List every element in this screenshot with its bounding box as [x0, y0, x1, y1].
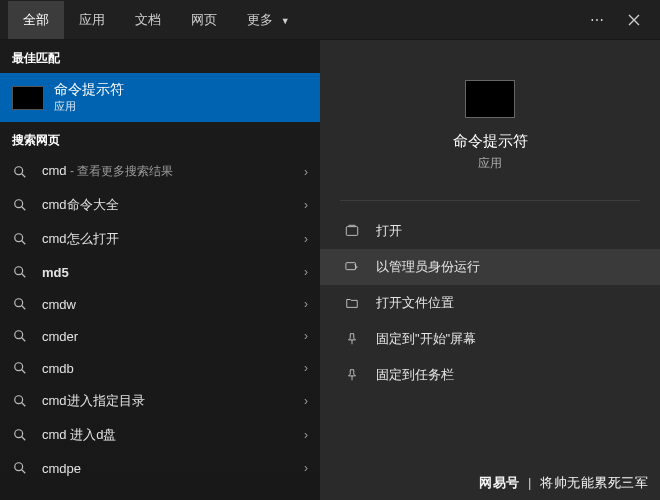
web-result[interactable]: cmdb ›: [0, 352, 320, 384]
tab-docs[interactable]: 文档: [120, 1, 176, 39]
web-result-label: cmdpe: [42, 461, 290, 476]
action-open-file-location[interactable]: 打开文件位置: [320, 285, 660, 321]
web-result[interactable]: cmd进入指定目录 ›: [0, 384, 320, 418]
web-result-label: md5: [42, 265, 290, 280]
svg-point-8: [15, 299, 23, 307]
web-result-label: cmd进入指定目录: [42, 392, 290, 410]
web-result-label: cmd - 查看更多搜索结果: [42, 163, 290, 180]
action-run-as-admin[interactable]: 以管理员身份运行: [320, 249, 660, 285]
action-pin-to-taskbar[interactable]: 固定到任务栏: [320, 357, 660, 393]
chevron-down-icon: ▼: [281, 16, 290, 26]
search-icon: [12, 231, 28, 247]
chevron-right-icon: ›: [304, 361, 308, 375]
preview-panel: 命令提示符 应用 打开 以管理员身份运行 打开文件位置: [320, 40, 660, 500]
close-icon[interactable]: [616, 4, 652, 36]
action-open-label: 打开: [376, 222, 402, 240]
svg-line-9: [22, 306, 26, 310]
svg-line-13: [22, 370, 26, 374]
chevron-right-icon: ›: [304, 198, 308, 212]
tab-more[interactable]: 更多 ▼: [232, 1, 305, 39]
web-result[interactable]: cmd命令大全 ›: [0, 188, 320, 222]
web-result-label: cmder: [42, 329, 290, 344]
action-open[interactable]: 打开: [320, 213, 660, 249]
tab-all[interactable]: 全部: [8, 1, 64, 39]
svg-point-14: [15, 396, 23, 404]
action-pin-to-taskbar-label: 固定到任务栏: [376, 366, 454, 384]
watermark-author: 将帅无能累死三军: [540, 475, 648, 490]
chevron-right-icon: ›: [304, 232, 308, 246]
preview-title: 命令提示符: [453, 132, 528, 151]
search-icon: [12, 296, 28, 312]
svg-point-12: [15, 363, 23, 371]
search-icon: [12, 328, 28, 344]
tab-web[interactable]: 网页: [176, 1, 232, 39]
section-web-search: 搜索网页: [0, 122, 320, 155]
results-panel: 最佳匹配 命令提示符 应用 搜索网页 cmd - 查看更多搜索结果 › cmd命…: [0, 40, 320, 500]
cmd-app-icon: [12, 86, 44, 110]
tab-apps[interactable]: 应用: [64, 1, 120, 39]
best-match-result[interactable]: 命令提示符 应用: [0, 73, 320, 122]
action-run-as-admin-label: 以管理员身份运行: [376, 258, 480, 276]
search-icon: [12, 460, 28, 476]
web-result-label: cmdw: [42, 297, 290, 312]
svg-rect-20: [346, 227, 357, 236]
search-icon: [12, 427, 28, 443]
search-filter-tabs: 全部 应用 文档 网页 更多 ▼ ⋯: [0, 0, 660, 40]
shield-admin-icon: [344, 259, 360, 275]
best-match-title: 命令提示符: [54, 81, 124, 99]
svg-rect-21: [346, 263, 356, 270]
action-pin-to-start-label: 固定到"开始"屏幕: [376, 330, 476, 348]
best-match-subtitle: 应用: [54, 99, 124, 114]
web-result[interactable]: cmd - 查看更多搜索结果 ›: [0, 155, 320, 188]
svg-point-6: [15, 267, 23, 275]
web-result-label: cmd 进入d盘: [42, 426, 290, 444]
svg-line-5: [22, 241, 26, 245]
web-result[interactable]: cmder ›: [0, 320, 320, 352]
web-result[interactable]: cmdw ›: [0, 288, 320, 320]
chevron-right-icon: ›: [304, 394, 308, 408]
web-result-label: cmdb: [42, 361, 290, 376]
watermark: 网易号 | 将帅无能累死三军: [479, 474, 648, 492]
section-best-match: 最佳匹配: [0, 40, 320, 73]
svg-line-17: [22, 437, 26, 441]
watermark-brand: 网易号: [479, 475, 520, 490]
web-result[interactable]: md5 ›: [0, 256, 320, 288]
svg-point-0: [15, 166, 23, 174]
web-result[interactable]: cmd 进入d盘 ›: [0, 418, 320, 452]
folder-icon: [344, 295, 360, 311]
search-icon: [12, 164, 28, 180]
svg-point-4: [15, 234, 23, 242]
search-icon: [12, 197, 28, 213]
chevron-right-icon: ›: [304, 428, 308, 442]
svg-line-1: [22, 173, 26, 177]
action-pin-to-start[interactable]: 固定到"开始"屏幕: [320, 321, 660, 357]
search-icon: [12, 360, 28, 376]
pin-taskbar-icon: [344, 367, 360, 383]
web-result[interactable]: cmdpe ›: [0, 452, 320, 484]
more-options-icon[interactable]: ⋯: [578, 2, 616, 38]
svg-line-19: [22, 470, 26, 474]
search-icon: [12, 393, 28, 409]
divider: [340, 200, 640, 201]
tab-more-label: 更多: [247, 12, 273, 27]
chevron-right-icon: ›: [304, 165, 308, 179]
svg-line-3: [22, 207, 26, 211]
pin-start-icon: [344, 331, 360, 347]
svg-point-18: [15, 463, 23, 471]
preview-subtitle: 应用: [478, 155, 502, 172]
chevron-right-icon: ›: [304, 329, 308, 343]
web-result[interactable]: cmd怎么打开 ›: [0, 222, 320, 256]
web-result-label: cmd怎么打开: [42, 230, 290, 248]
svg-point-16: [15, 430, 23, 438]
chevron-right-icon: ›: [304, 297, 308, 311]
svg-line-11: [22, 338, 26, 342]
svg-line-7: [22, 274, 26, 278]
web-result-label: cmd命令大全: [42, 196, 290, 214]
chevron-right-icon: ›: [304, 265, 308, 279]
svg-line-15: [22, 403, 26, 407]
svg-point-10: [15, 331, 23, 339]
open-icon: [344, 223, 360, 239]
action-open-file-location-label: 打开文件位置: [376, 294, 454, 312]
preview-app-icon: [465, 80, 515, 118]
svg-point-2: [15, 200, 23, 208]
